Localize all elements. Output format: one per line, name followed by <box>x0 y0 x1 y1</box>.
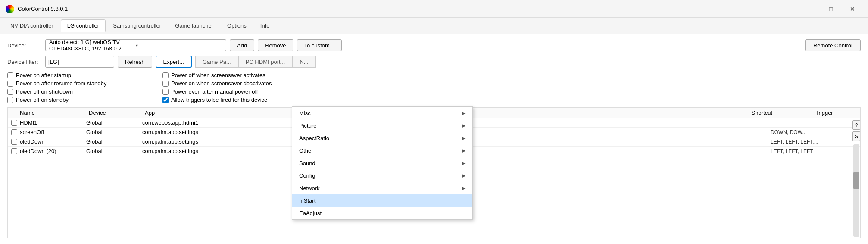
submenu-arrow-icon: ▶ <box>462 160 465 166</box>
row-name-1: screenOff <box>20 129 86 135</box>
checkbox-power-off-shutdown: Power off on shutdown <box>7 88 162 95</box>
filter-row: Device filter: Refresh Expert... Game Pa… <box>7 56 861 68</box>
checkbox-col-left: Power on after startup Power on after re… <box>7 72 162 103</box>
minimize-button[interactable]: − <box>799 2 819 16</box>
expert-button[interactable]: Expert... <box>156 56 192 68</box>
tab-info[interactable]: Info <box>254 19 276 32</box>
submenu-arrow-icon: ▶ <box>462 185 465 191</box>
context-item-sound-label: Sound <box>299 160 315 166</box>
row-app-2: com.palm.app.settings <box>142 138 289 145</box>
checkbox-off-screensaver: Power off when screensaver activates <box>162 72 318 78</box>
submenu-arrow-icon: ▶ <box>462 173 465 178</box>
checkbox-off-screensaver-input[interactable] <box>162 72 169 78</box>
tab-lg[interactable]: LG controller <box>61 19 106 32</box>
close-button[interactable]: ✕ <box>843 2 862 16</box>
tab-game-launcher[interactable]: Game launcher <box>169 19 220 32</box>
context-item-misc-label: Misc <box>299 110 311 116</box>
col-header-device: Device <box>89 109 145 116</box>
checkbox-power-off-shutdown-input[interactable] <box>7 89 13 95</box>
context-menu-item-other[interactable]: Other ▶ <box>292 144 472 157</box>
checkbox-on-screensaver-deactivate-input[interactable] <box>162 81 169 87</box>
checkbox-allow-triggers-label: Allow triggers to be fired for this devi… <box>171 97 267 103</box>
device-row: Device: Auto detect: [LG] webOS TV OLED4… <box>7 39 861 51</box>
context-menu-item-eadjust[interactable]: EaAdjust <box>292 207 472 219</box>
filter-input[interactable] <box>45 56 114 68</box>
context-menu: Misc ▶ Picture ▶ AspectRatio ▶ Other ▶ S… <box>292 106 473 220</box>
checkbox-power-on-resume: Power on after resume from standby <box>7 80 162 87</box>
row-device-2: Global <box>86 138 142 145</box>
submenu-arrow-icon: ▶ <box>462 110 465 116</box>
dropdown-arrow-icon: ▾ <box>136 43 222 48</box>
checkbox-allow-triggers: Allow triggers to be fired for this devi… <box>162 97 318 103</box>
row-checkbox-2[interactable] <box>11 139 17 145</box>
context-item-instart-label: InStart <box>299 197 315 204</box>
col-header-app: App <box>145 109 291 116</box>
checkbox-power-even-manual-label: Power even after manual power off <box>171 88 258 95</box>
partial-tab-2[interactable]: N... <box>292 56 315 68</box>
device-value: Auto detect: [LG] webOS TV OLED48CX8LC, … <box>49 39 136 52</box>
row-checkbox-1[interactable] <box>11 129 17 135</box>
partial-tab-1[interactable]: PC HDMI port... <box>238 56 293 68</box>
submenu-arrow-icon: ▶ <box>462 135 465 141</box>
context-menu-item-config[interactable]: Config ▶ <box>292 169 472 182</box>
tab-options[interactable]: Options <box>221 19 253 32</box>
refresh-button[interactable]: Refresh <box>118 56 152 68</box>
context-menu-item-picture[interactable]: Picture ▶ <box>292 119 472 132</box>
tab-samsung[interactable]: Samsung controller <box>106 19 168 32</box>
checkbox-power-on-resume-input[interactable] <box>7 81 13 87</box>
row-name-3: oledDown (20) <box>20 148 86 154</box>
question-button[interactable]: ? <box>852 120 860 130</box>
col-header-shortcut: Shortcut <box>752 109 772 116</box>
app-title: ColorControl 9.8.0.1 <box>18 6 799 12</box>
app-icon <box>6 5 14 13</box>
checkbox-off-screensaver-label: Power off when screensaver activates <box>171 72 265 78</box>
checkbox-power-even-manual-input[interactable] <box>162 89 169 95</box>
context-item-eadjust-label: EaAdjust <box>299 210 322 216</box>
row-shortcut-1: DOWN, DOW... <box>771 129 857 135</box>
row-app-1: com.palm.app.settings <box>142 129 289 135</box>
checkboxes-area: Power on after startup Power on after re… <box>7 72 861 103</box>
row-checkbox-3[interactable] <box>11 148 17 154</box>
checkbox-power-on-resume-label: Power on after resume from standby <box>16 80 106 87</box>
context-menu-item-aspectratio[interactable]: AspectRatio ▶ <box>292 132 472 144</box>
context-menu-item-misc[interactable]: Misc ▶ <box>292 107 472 119</box>
checkbox-power-on-startup-input[interactable] <box>7 72 13 78</box>
row-checkbox-0[interactable] <box>11 120 17 126</box>
partial-tab-0[interactable]: Game Pa... <box>195 56 238 68</box>
device-label: Device: <box>7 42 42 49</box>
tab-nvidia[interactable]: NVIDIA controller <box>4 19 60 32</box>
remote-control-button[interactable]: Remote Control <box>805 39 861 51</box>
row-device-1: Global <box>86 129 142 135</box>
filter-label: Device filter: <box>7 59 42 65</box>
row-name-0: HDMI1 <box>20 119 86 126</box>
context-item-aspectratio-label: AspectRatio <box>299 135 329 141</box>
context-item-picture-label: Picture <box>299 122 316 129</box>
context-menu-item-network[interactable]: Network ▶ <box>292 182 472 194</box>
to-custom-button[interactable]: To custom... <box>297 39 342 51</box>
row-shortcut-3: LEFT, LEFT, LEFT <box>771 148 857 154</box>
side-panel: ? S <box>852 119 861 238</box>
partial-tabs-area: Game Pa... PC HDMI port... N... <box>195 56 316 68</box>
row-app-3: com.palm.app.settings <box>142 148 289 154</box>
checkbox-col-right: Power off when screensaver activates Pow… <box>162 72 318 103</box>
title-bar: ColorControl 9.8.0.1 − □ ✕ <box>0 0 868 18</box>
checkbox-power-off-standby-input[interactable] <box>7 97 13 103</box>
checkbox-on-screensaver-deactivate: Power on when screensaver deactivates <box>162 80 318 87</box>
checkbox-on-screensaver-deactivate-label: Power on when screensaver deactivates <box>171 80 272 87</box>
add-button[interactable]: Add <box>230 39 254 51</box>
submenu-arrow-icon: ▶ <box>462 148 465 153</box>
main-window: ColorControl 9.8.0.1 − □ ✕ NVIDIA contro… <box>0 0 868 244</box>
s-button[interactable]: S <box>852 131 860 141</box>
remove-button[interactable]: Remove <box>258 39 293 51</box>
device-dropdown[interactable]: Auto detect: [LG] webOS TV OLED48CX8LC, … <box>45 39 226 51</box>
context-item-other-label: Other <box>299 147 313 154</box>
submenu-arrow-icon: ▶ <box>462 123 465 128</box>
checkbox-power-off-standby: Power off on standby <box>7 97 162 103</box>
context-menu-item-instart[interactable]: InStart <box>292 194 472 207</box>
window-controls: − □ ✕ <box>799 2 862 16</box>
context-menu-item-sound[interactable]: Sound ▶ <box>292 157 472 169</box>
maximize-button[interactable]: □ <box>821 2 841 16</box>
checkbox-power-off-shutdown-label: Power off on shutdown <box>16 88 73 95</box>
checkbox-power-even-manual: Power even after manual power off <box>162 88 318 95</box>
checkbox-allow-triggers-input[interactable] <box>162 97 169 103</box>
